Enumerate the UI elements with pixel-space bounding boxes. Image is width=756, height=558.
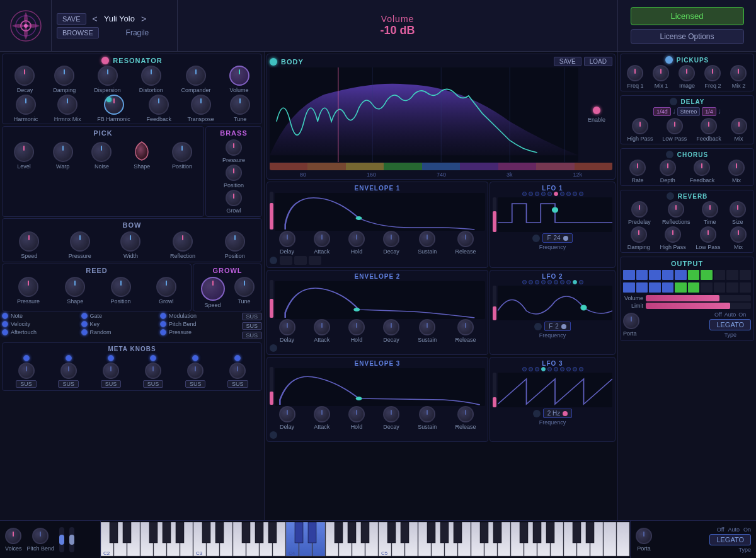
mod-modulation-check[interactable]: [160, 313, 166, 319]
env2-hold-knob[interactable]: [348, 319, 365, 335]
reverb-size-knob[interactable]: [730, 201, 746, 218]
reed-shape-knob[interactable]: [65, 277, 85, 297]
env1-left-bar[interactable]: [270, 192, 273, 230]
lfo1-dot-3[interactable]: [535, 192, 539, 196]
meta-sus-2[interactable]: SUS: [58, 380, 79, 388]
output-limit-track[interactable]: [646, 303, 751, 309]
lfo3-dot-3[interactable]: [535, 367, 539, 371]
lfo2-dot-3[interactable]: [535, 280, 539, 284]
resonator-compander-knob[interactable]: [186, 66, 206, 86]
env1-decay-knob[interactable]: [383, 231, 399, 247]
pickups-power-button[interactable]: [665, 56, 673, 64]
lfo3-dot-6[interactable]: [554, 367, 558, 371]
env3-power-button[interactable]: [270, 431, 277, 439]
meta-knob-1[interactable]: [18, 363, 35, 379]
delay-mode[interactable]: Stereo: [677, 107, 701, 116]
env1-shape-2[interactable]: [294, 256, 307, 265]
resonator-volume-knob[interactable]: [229, 66, 249, 86]
chorus-rate-knob[interactable]: [629, 160, 646, 176]
legato-button[interactable]: LEGATO: [709, 319, 751, 330]
reverb-time-knob[interactable]: [702, 201, 718, 218]
lfo1-dot-10[interactable]: [579, 192, 583, 196]
body-power-button[interactable]: [270, 58, 277, 66]
chorus-mix-knob[interactable]: [728, 160, 745, 176]
pick-level-knob[interactable]: [14, 142, 34, 162]
resonator-harmonic-knob[interactable]: [16, 95, 36, 115]
pickups-freq1-knob[interactable]: [627, 65, 643, 81]
lfo2-dot-5[interactable]: [547, 280, 552, 284]
sus-btn-2[interactable]: SUS: [242, 322, 263, 330]
env3-delay-knob[interactable]: [279, 406, 295, 422]
body-load-button[interactable]: LOAD: [584, 57, 612, 66]
delay-mix-knob[interactable]: [731, 118, 747, 134]
env2-delay-knob[interactable]: [279, 319, 295, 335]
license-options-button[interactable]: License Options: [631, 29, 744, 44]
bow-speed-knob[interactable]: [19, 231, 39, 252]
lfo1-dot-1[interactable]: [522, 192, 527, 196]
env2-sustain-knob[interactable]: [419, 319, 435, 335]
reverb-power-button[interactable]: [667, 192, 674, 200]
meta-sus-6[interactable]: SUS: [227, 380, 248, 388]
meta-knob-3[interactable]: [103, 363, 119, 379]
mod-pitchbend-check[interactable]: [160, 321, 166, 327]
env1-hold-knob[interactable]: [348, 231, 365, 247]
brass-position-knob[interactable]: [226, 165, 242, 181]
lfo3-dot-2[interactable]: [529, 367, 533, 371]
env1-shape-3[interactable]: [309, 256, 321, 265]
porta-bottom-knob[interactable]: [636, 528, 652, 544]
delay-power-button[interactable]: [670, 98, 677, 105]
chorus-depth-knob[interactable]: [660, 160, 676, 176]
meta-ind-1[interactable]: [23, 355, 30, 361]
pitchbend-knob[interactable]: [32, 528, 49, 544]
resonator-tune-knob[interactable]: [230, 95, 250, 115]
licensed-button[interactable]: Licensed: [631, 7, 744, 25]
env1-sustain-knob[interactable]: [419, 231, 435, 247]
pickups-freq2-knob[interactable]: [704, 65, 721, 81]
pickups-image-knob[interactable]: [679, 65, 695, 81]
pitchbend-slider-2[interactable]: [69, 527, 74, 552]
lfo2-dot-2[interactable]: [529, 280, 533, 284]
mod-gate-check[interactable]: [81, 313, 88, 319]
meta-ind-4[interactable]: [150, 355, 156, 361]
legato-button-kb[interactable]: LEGATO: [709, 534, 751, 545]
browse-button[interactable]: BROWSE: [57, 27, 99, 38]
body-enable-button[interactable]: [593, 107, 600, 114]
lfo2-dot-7[interactable]: [560, 280, 564, 284]
lfo1-dot-9[interactable]: [573, 192, 577, 196]
pick-noise-knob[interactable]: [91, 142, 112, 162]
reed-position-knob[interactable]: [111, 277, 131, 297]
meta-knob-4[interactable]: [145, 363, 161, 379]
lfo1-dot-5[interactable]: [547, 192, 552, 196]
voices-knob[interactable]: [5, 528, 21, 544]
env1-attack-knob[interactable]: [314, 231, 330, 247]
meta-sus-1[interactable]: SUS: [16, 380, 37, 388]
env2-power-button[interactable]: [270, 344, 277, 352]
meta-sus-5[interactable]: SUS: [185, 380, 206, 388]
env2-decay-knob[interactable]: [383, 319, 399, 335]
lfo3-dot-7[interactable]: [560, 367, 564, 371]
meta-ind-6[interactable]: [234, 355, 241, 361]
resonator-distortion-knob[interactable]: [141, 66, 161, 86]
lfo2-dot-10[interactable]: [579, 280, 583, 284]
lfo3-dot-10[interactable]: [579, 367, 583, 371]
delay-right-delay[interactable]: 1/4: [702, 107, 716, 116]
reverb-highpass-knob[interactable]: [665, 226, 681, 243]
env2-attack-knob[interactable]: [314, 319, 330, 335]
lfo3-dot-1[interactable]: [522, 367, 527, 371]
pitchbend-slider-1[interactable]: [59, 527, 64, 552]
reed-pressure-knob[interactable]: [18, 277, 38, 297]
delay-lowpass-knob[interactable]: [667, 118, 683, 134]
bow-position-knob[interactable]: [225, 231, 245, 252]
lfo3-left-bar[interactable]: [493, 373, 496, 407]
pick-position-knob[interactable]: [172, 142, 192, 162]
resonator-dispersion-knob[interactable]: [98, 66, 118, 86]
resonator-feedback-knob[interactable]: [149, 95, 169, 115]
next-preset-button[interactable]: >: [139, 14, 149, 24]
lfo2-dot-6[interactable]: [554, 280, 558, 284]
reverb-damping-knob[interactable]: [631, 226, 647, 243]
meta-sus-3[interactable]: SUS: [101, 380, 122, 388]
reverb-lowpass-knob[interactable]: [700, 226, 716, 243]
lfo1-dot-6[interactable]: [554, 192, 558, 196]
env1-shape-1[interactable]: [280, 256, 292, 265]
lfo1-dot-4[interactable]: [541, 192, 546, 196]
